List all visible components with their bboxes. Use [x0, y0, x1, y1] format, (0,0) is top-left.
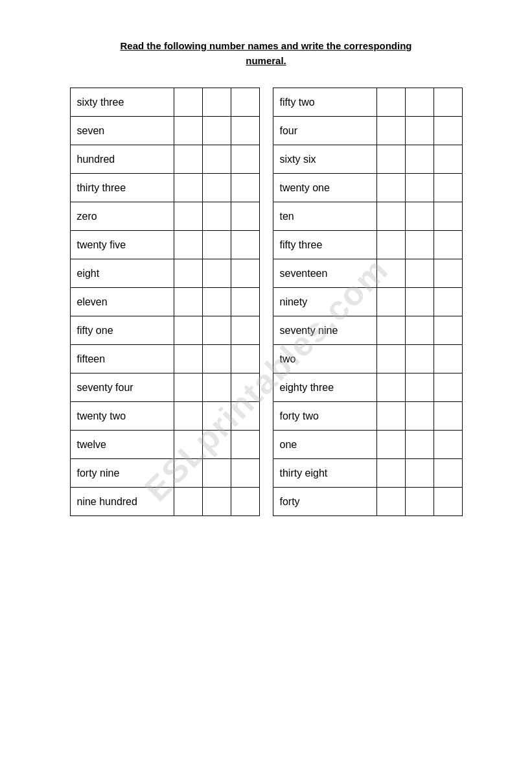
answer-cell-1[interactable]: [376, 145, 405, 174]
answer-cell-2[interactable]: [405, 402, 434, 431]
answer-cell-2[interactable]: [202, 288, 231, 316]
answer-cell-1[interactable]: [376, 316, 405, 345]
instructions: Read the following number names and writ…: [104, 39, 428, 68]
answer-cell-1[interactable]: [376, 231, 405, 259]
word-cell: fifty two: [273, 88, 376, 117]
answer-cell-2[interactable]: [202, 88, 231, 117]
word-cell: fifty one: [70, 316, 174, 345]
answer-cell-2[interactable]: [405, 431, 434, 459]
answer-cell-3[interactable]: [231, 316, 259, 345]
word-cell: eight: [70, 259, 174, 288]
answer-cell-2[interactable]: [405, 231, 434, 259]
answer-cell-1[interactable]: [174, 488, 202, 516]
answer-cell-3[interactable]: [231, 259, 259, 288]
answer-cell-1[interactable]: [376, 345, 405, 373]
answer-cell-1[interactable]: [376, 459, 405, 488]
answer-cell-3[interactable]: [434, 202, 462, 231]
answer-cell-3[interactable]: [434, 288, 462, 316]
answer-cell-1[interactable]: [174, 288, 202, 316]
answer-cell-2[interactable]: [202, 145, 231, 174]
answer-cell-1[interactable]: [376, 288, 405, 316]
answer-cell-1[interactable]: [174, 231, 202, 259]
word-cell: ten: [273, 202, 376, 231]
answer-cell-3[interactable]: [434, 459, 462, 488]
answer-cell-3[interactable]: [434, 316, 462, 345]
answer-cell-2[interactable]: [405, 117, 434, 145]
answer-cell-1[interactable]: [174, 402, 202, 431]
answer-cell-1[interactable]: [376, 88, 405, 117]
answer-cell-1[interactable]: [174, 145, 202, 174]
answer-cell-3[interactable]: [434, 88, 462, 117]
answer-cell-2[interactable]: [202, 373, 231, 402]
answer-cell-3[interactable]: [434, 488, 462, 516]
answer-cell-1[interactable]: [376, 402, 405, 431]
answer-cell-2[interactable]: [405, 259, 434, 288]
answer-cell-3[interactable]: [231, 373, 259, 402]
answer-cell-1[interactable]: [376, 117, 405, 145]
answer-cell-1[interactable]: [174, 459, 202, 488]
answer-cell-2[interactable]: [202, 459, 231, 488]
answer-cell-2[interactable]: [405, 316, 434, 345]
answer-cell-2[interactable]: [202, 402, 231, 431]
answer-cell-1[interactable]: [174, 174, 202, 202]
answer-cell-1[interactable]: [174, 345, 202, 373]
answer-cell-2[interactable]: [405, 174, 434, 202]
answer-cell-3[interactable]: [434, 145, 462, 174]
answer-cell-1[interactable]: [376, 174, 405, 202]
answer-cell-3[interactable]: [231, 88, 259, 117]
answer-cell-2[interactable]: [202, 231, 231, 259]
answer-cell-3[interactable]: [231, 345, 259, 373]
answer-cell-1[interactable]: [174, 316, 202, 345]
answer-cell-3[interactable]: [434, 231, 462, 259]
answer-cell-3[interactable]: [231, 231, 259, 259]
answer-cell-2[interactable]: [202, 202, 231, 231]
answer-cell-3[interactable]: [434, 174, 462, 202]
answer-cell-3[interactable]: [434, 431, 462, 459]
answer-cell-3[interactable]: [231, 202, 259, 231]
answer-cell-3[interactable]: [231, 117, 259, 145]
answer-cell-2[interactable]: [202, 431, 231, 459]
answer-cell-2[interactable]: [405, 88, 434, 117]
answer-cell-2[interactable]: [405, 288, 434, 316]
answer-cell-3[interactable]: [434, 117, 462, 145]
answer-cell-1[interactable]: [174, 202, 202, 231]
answer-cell-3[interactable]: [231, 431, 259, 459]
answer-cell-1[interactable]: [174, 88, 202, 117]
word-cell: hundred: [70, 145, 174, 174]
answer-cell-1[interactable]: [174, 259, 202, 288]
answer-cell-2[interactable]: [202, 259, 231, 288]
answer-cell-3[interactable]: [231, 288, 259, 316]
answer-cell-3[interactable]: [231, 402, 259, 431]
answer-cell-1[interactable]: [174, 431, 202, 459]
answer-cell-2[interactable]: [202, 117, 231, 145]
answer-cell-3[interactable]: [231, 459, 259, 488]
answer-cell-3[interactable]: [231, 488, 259, 516]
answer-cell-3[interactable]: [434, 373, 462, 402]
answer-cell-2[interactable]: [405, 145, 434, 174]
answer-cell-2[interactable]: [405, 459, 434, 488]
word-cell: twenty two: [70, 402, 174, 431]
answer-cell-2[interactable]: [405, 373, 434, 402]
answer-cell-1[interactable]: [376, 373, 405, 402]
answer-cell-3[interactable]: [434, 402, 462, 431]
answer-cell-1[interactable]: [376, 259, 405, 288]
answer-cell-2[interactable]: [202, 345, 231, 373]
answer-cell-2[interactable]: [405, 345, 434, 373]
word-cell: forty two: [273, 402, 376, 431]
answer-cell-1[interactable]: [376, 488, 405, 516]
answer-cell-3[interactable]: [231, 145, 259, 174]
answer-cell-3[interactable]: [434, 345, 462, 373]
answer-cell-1[interactable]: [376, 431, 405, 459]
answer-cell-1[interactable]: [174, 373, 202, 402]
answer-cell-3[interactable]: [231, 174, 259, 202]
table-row: seven: [70, 117, 259, 145]
table-row: twenty two: [70, 402, 259, 431]
answer-cell-1[interactable]: [376, 202, 405, 231]
answer-cell-1[interactable]: [174, 117, 202, 145]
answer-cell-2[interactable]: [405, 202, 434, 231]
answer-cell-2[interactable]: [202, 174, 231, 202]
answer-cell-2[interactable]: [405, 488, 434, 516]
answer-cell-2[interactable]: [202, 316, 231, 345]
answer-cell-3[interactable]: [434, 259, 462, 288]
answer-cell-2[interactable]: [202, 488, 231, 516]
